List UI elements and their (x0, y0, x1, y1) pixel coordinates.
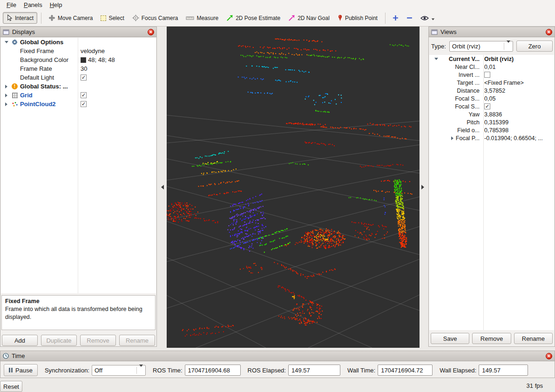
sync-combobox[interactable]: Off (92, 365, 146, 376)
tool-label: Publish Point (345, 15, 378, 21)
ros-time-label: ROS Time: (153, 367, 183, 374)
property-value[interactable]: 0,01 (481, 64, 554, 70)
ruler-icon (186, 15, 194, 21)
wall-elapsed-input[interactable]: 149.57 (479, 365, 528, 376)
zero-button[interactable]: Zero (516, 41, 553, 52)
tool-2d-nav-goal[interactable]: 2D Nav Goal (284, 12, 333, 24)
close-icon[interactable]: ✕ (148, 29, 154, 35)
property-row-global-options[interactable]: Global Options (1, 38, 156, 47)
property-row-background-color[interactable]: Background Color 48; 48; 48 (1, 55, 156, 64)
splitter-arrow-right[interactable] (421, 185, 424, 189)
property-help-box: Fixed Frame Frame into which all data is… (1, 295, 156, 330)
property-value[interactable]: 0,05 (481, 95, 554, 102)
ros-elapsed-input[interactable]: 149.57 (288, 365, 340, 376)
property-value[interactable]: 30 (78, 65, 156, 72)
property-row-frame-rate[interactable]: Frame Rate 30 (1, 64, 156, 73)
view-row-invert-z[interactable]: Invert ... (429, 71, 554, 79)
tool-measure[interactable]: Measure (182, 13, 222, 24)
displays-panel-header[interactable]: Displays ✕ (0, 27, 156, 37)
property-row-default-light[interactable]: Default Light ✓ (1, 73, 156, 82)
invert-z-checkbox[interactable] (484, 72, 490, 78)
toolbar-separator (41, 13, 41, 24)
tool-label: Move Camera (58, 15, 93, 21)
view-row-target-frame[interactable]: Target ... <Fixed Frame> (429, 79, 554, 87)
toolbar: Interact Move Camera Select Focus Camera… (0, 10, 555, 27)
display-row-grid[interactable]: Grid ✓ (1, 91, 156, 100)
view-row-distance[interactable]: Distance 3,57852 (429, 87, 554, 95)
property-value[interactable]: 48; 48; 48 (78, 56, 156, 63)
expander-closed-icon[interactable] (3, 85, 9, 88)
save-button[interactable]: Save (431, 333, 469, 344)
expander-closed-icon[interactable] (451, 136, 453, 140)
property-label: Fixed Frame (20, 47, 54, 54)
tool-focus-camera[interactable]: Focus Camera (129, 12, 182, 24)
wall-time-input[interactable]: 1704716904.72 (378, 365, 433, 376)
pause-icon (9, 368, 13, 372)
views-panel-header[interactable]: Views ✕ (429, 27, 555, 37)
property-label: Global Status: ... (20, 83, 68, 90)
property-row-global-status[interactable]: ! Global Status: ... (1, 82, 156, 91)
tool-interact[interactable]: Interact (3, 12, 37, 24)
property-value[interactable]: 3,8836 (481, 111, 554, 118)
property-value[interactable]: -0.013904; 0.66504; ... (481, 135, 554, 142)
add-tool-button[interactable] (389, 13, 402, 23)
expander-open-icon[interactable] (433, 58, 439, 60)
property-value[interactable]: 0,785398 (481, 127, 554, 134)
tool-select[interactable]: Select (97, 13, 128, 24)
property-label: Pitch (467, 119, 480, 126)
view-row-focal-shape-fixed[interactable]: Focal S... ✓ (429, 102, 554, 110)
panel-title: Time (12, 352, 25, 359)
view-row-pitch[interactable]: Pitch 0,315399 (429, 118, 554, 126)
property-value[interactable]: 3,57852 (481, 88, 554, 94)
view-row-focal-point[interactable]: Focal P... -0.013904; 0.66504; ... (429, 134, 554, 142)
property-label: Global Options (20, 39, 63, 46)
grid-enabled-checkbox[interactable]: ✓ (81, 92, 87, 98)
reset-button[interactable]: Reset (0, 381, 22, 392)
remove-button[interactable]: Remove (472, 333, 511, 344)
menu-file[interactable]: File (3, 1, 20, 9)
pointcloud-canvas[interactable] (167, 27, 420, 348)
menu-help[interactable]: Help (46, 1, 66, 9)
crosshair-icon (132, 14, 139, 21)
view-type-row: Type: Orbit (rviz) Zero (431, 41, 553, 52)
view-type-combobox[interactable]: Orbit (rviz) (449, 41, 513, 52)
property-value[interactable]: <Fixed Frame> (481, 80, 554, 86)
view-row-near-clip[interactable]: Near Cl... 0,01 (429, 63, 554, 71)
view-row-focal-shape-size[interactable]: Focal S... 0,05 (429, 95, 554, 102)
view-row-field-of-view[interactable]: Field o... 0,785398 (429, 126, 554, 134)
grid-icon (11, 93, 19, 98)
tool-move-camera[interactable]: Move Camera (45, 12, 96, 24)
remove-button[interactable]: Remove (80, 335, 116, 346)
time-panel-header[interactable]: Time ✕ (0, 351, 555, 361)
focal-shape-checkbox[interactable]: ✓ (484, 103, 490, 109)
close-icon[interactable]: ✕ (546, 29, 552, 35)
tool-visibility-button[interactable] (417, 13, 439, 23)
property-label: Default Light (20, 74, 54, 81)
splitter-arrow-left[interactable] (161, 185, 164, 189)
property-value[interactable]: velodyne (78, 47, 156, 54)
rename-button[interactable]: Rename (119, 335, 155, 346)
rename-button[interactable]: Rename (514, 333, 553, 344)
property-value[interactable]: 0,315399 (481, 119, 554, 126)
view-row-yaw[interactable]: Yaw 3,8836 (429, 110, 554, 118)
expander-closed-icon[interactable] (3, 94, 9, 97)
menu-panels[interactable]: Panels (20, 1, 46, 9)
property-row-fixed-frame[interactable]: Fixed Frame velodyne (1, 47, 156, 55)
add-button[interactable]: Add (2, 335, 38, 346)
display-row-pointcloud2[interactable]: PointCloud2 ✓ (1, 100, 156, 108)
close-icon[interactable]: ✕ (546, 353, 552, 359)
tool-2d-pose-estimate[interactable]: 2D Pose Estimate (223, 12, 284, 24)
ros-time-input[interactable]: 1704716904.68 (185, 365, 241, 376)
expander-closed-icon[interactable] (3, 102, 9, 106)
remove-tool-button[interactable] (403, 13, 416, 23)
property-label: Target ... (457, 80, 480, 86)
expander-open-icon[interactable] (3, 41, 9, 43)
view-row-current-view[interactable]: Current V... Orbit (rviz) (429, 55, 554, 63)
selection-box-icon (101, 15, 106, 21)
3d-viewport[interactable] (167, 27, 420, 348)
pause-button[interactable]: Pause (4, 364, 38, 376)
duplicate-button[interactable]: Duplicate (41, 335, 77, 346)
pointcloud2-enabled-checkbox[interactable]: ✓ (81, 101, 87, 107)
tool-publish-point[interactable]: Publish Point (334, 12, 381, 24)
default-light-checkbox[interactable]: ✓ (81, 74, 87, 81)
